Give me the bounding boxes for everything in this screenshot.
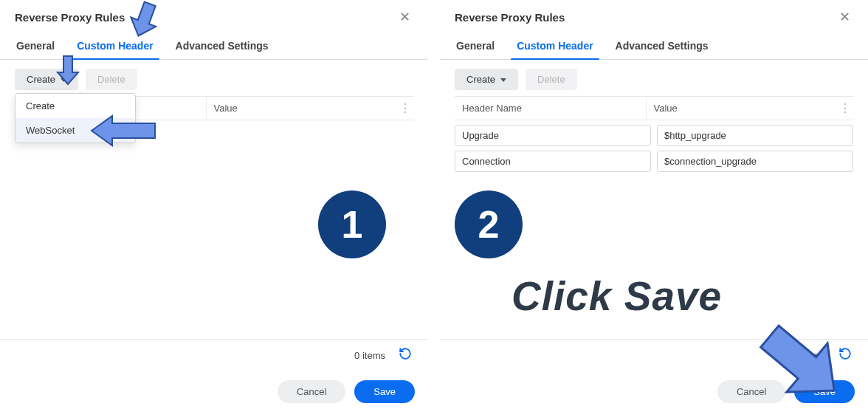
cancel-button[interactable]: Cancel: [278, 380, 345, 403]
grid-footer: 0 items: [0, 339, 428, 371]
toolbar: Create Delete: [440, 60, 868, 96]
annotation-arrow-icon: [87, 113, 159, 148]
col-header-value: Value: [646, 97, 838, 120]
column-options-icon[interactable]: ⋮: [397, 97, 413, 120]
modal-actions: Cancel Save: [0, 371, 428, 412]
tab-advanced-settings[interactable]: Advanced Settings: [174, 31, 270, 59]
modal-header: Reverse Proxy Rules ✕: [0, 0, 428, 31]
header-name-input[interactable]: [455, 125, 651, 146]
annotation-click-save: Click Save: [512, 272, 722, 320]
grid-header: Header Name Value ⋮: [455, 96, 853, 120]
annotation-arrow-icon: [745, 315, 856, 411]
delete-button: Delete: [526, 69, 577, 90]
column-options-icon[interactable]: ⋮: [837, 97, 853, 120]
table-row[interactable]: [455, 125, 853, 146]
close-icon[interactable]: ✕: [833, 7, 856, 27]
annotation-arrow-icon: [52, 53, 84, 86]
annotation-arrow-icon: [123, 0, 167, 40]
table-row[interactable]: [455, 151, 853, 172]
modal-title: Reverse Proxy Rules: [455, 11, 565, 24]
annotation-step-2: 2: [455, 190, 523, 258]
tab-general[interactable]: General: [455, 31, 496, 59]
header-value-input[interactable]: [657, 151, 853, 172]
create-dropdown-button[interactable]: Create: [455, 69, 518, 90]
tabs: General Custom Header Advanced Settings: [440, 31, 868, 60]
save-button[interactable]: Save: [354, 380, 415, 403]
refresh-icon[interactable]: [396, 344, 415, 367]
header-name-input[interactable]: [455, 151, 651, 172]
tab-custom-header[interactable]: Custom Header: [515, 31, 594, 59]
tab-advanced-settings[interactable]: Advanced Settings: [614, 31, 710, 59]
header-value-input[interactable]: [657, 125, 853, 146]
annotation-step-1: 1: [318, 190, 386, 258]
delete-button: Delete: [86, 69, 137, 90]
modal-header: Reverse Proxy Rules ✕: [440, 0, 868, 31]
close-icon[interactable]: ✕: [393, 7, 416, 27]
col-header-value: Value: [206, 97, 398, 120]
items-count: 0 items: [354, 350, 385, 361]
tab-general[interactable]: General: [15, 31, 56, 59]
grid-body: [440, 120, 868, 172]
modal-title: Reverse Proxy Rules: [15, 11, 125, 24]
col-header-name: Header Name: [455, 97, 646, 120]
